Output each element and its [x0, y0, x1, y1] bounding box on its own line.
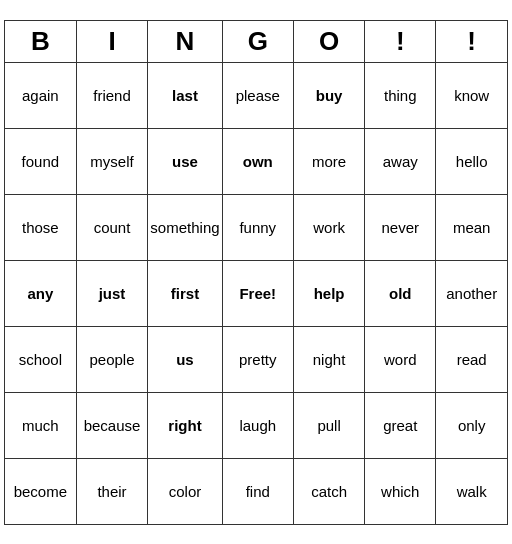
cell-4-5: word — [365, 326, 436, 392]
cell-1-3: own — [222, 128, 293, 194]
cell-2-1: count — [76, 194, 148, 260]
cell-2-4: work — [293, 194, 364, 260]
bingo-body: againfriendlastpleasebuythingknowfoundmy… — [5, 62, 508, 524]
cell-5-0: much — [5, 392, 77, 458]
cell-5-5: great — [365, 392, 436, 458]
cell-3-6: another — [436, 260, 508, 326]
cell-1-2: use — [148, 128, 222, 194]
cell-5-6: only — [436, 392, 508, 458]
cell-5-3: laugh — [222, 392, 293, 458]
row-2: thosecountsomethingfunnyworknevermean — [5, 194, 508, 260]
cell-1-6: hello — [436, 128, 508, 194]
row-3: anyjustfirstFree!helpoldanother — [5, 260, 508, 326]
cell-6-1: their — [76, 458, 148, 524]
cell-3-5: old — [365, 260, 436, 326]
header-cell-0: B — [5, 20, 77, 62]
cell-5-2: right — [148, 392, 222, 458]
row-1: foundmyselfuseownmoreawayhello — [5, 128, 508, 194]
cell-2-0: those — [5, 194, 77, 260]
cell-4-2: us — [148, 326, 222, 392]
cell-2-6: mean — [436, 194, 508, 260]
cell-3-4: help — [293, 260, 364, 326]
header-cell-3: G — [222, 20, 293, 62]
cell-1-0: found — [5, 128, 77, 194]
cell-6-0: become — [5, 458, 77, 524]
cell-2-2: something — [148, 194, 222, 260]
cell-6-2: color — [148, 458, 222, 524]
header-row: BINGO!! — [5, 20, 508, 62]
cell-0-4: buy — [293, 62, 364, 128]
cell-2-3: funny — [222, 194, 293, 260]
cell-3-3: Free! — [222, 260, 293, 326]
cell-1-5: away — [365, 128, 436, 194]
cell-6-4: catch — [293, 458, 364, 524]
cell-1-4: more — [293, 128, 364, 194]
cell-6-6: walk — [436, 458, 508, 524]
row-4: schoolpeopleusprettynightwordread — [5, 326, 508, 392]
row-0: againfriendlastpleasebuythingknow — [5, 62, 508, 128]
cell-4-1: people — [76, 326, 148, 392]
row-5: muchbecauserightlaughpullgreatonly — [5, 392, 508, 458]
cell-2-5: never — [365, 194, 436, 260]
header-cell-2: N — [148, 20, 222, 62]
cell-5-1: because — [76, 392, 148, 458]
cell-3-2: first — [148, 260, 222, 326]
header-cell-6: ! — [436, 20, 508, 62]
cell-0-3: please — [222, 62, 293, 128]
cell-4-6: read — [436, 326, 508, 392]
cell-0-1: friend — [76, 62, 148, 128]
cell-4-4: night — [293, 326, 364, 392]
cell-3-0: any — [5, 260, 77, 326]
cell-1-1: myself — [76, 128, 148, 194]
header-cell-5: ! — [365, 20, 436, 62]
cell-4-0: school — [5, 326, 77, 392]
header-cell-4: O — [293, 20, 364, 62]
cell-6-3: find — [222, 458, 293, 524]
cell-4-3: pretty — [222, 326, 293, 392]
cell-6-5: which — [365, 458, 436, 524]
cell-3-1: just — [76, 260, 148, 326]
cell-0-6: know — [436, 62, 508, 128]
header-cell-1: I — [76, 20, 148, 62]
cell-5-4: pull — [293, 392, 364, 458]
row-6: becometheircolorfindcatchwhichwalk — [5, 458, 508, 524]
bingo-card: BINGO!! againfriendlastpleasebuythingkno… — [4, 20, 508, 525]
cell-0-2: last — [148, 62, 222, 128]
cell-0-5: thing — [365, 62, 436, 128]
cell-0-0: again — [5, 62, 77, 128]
